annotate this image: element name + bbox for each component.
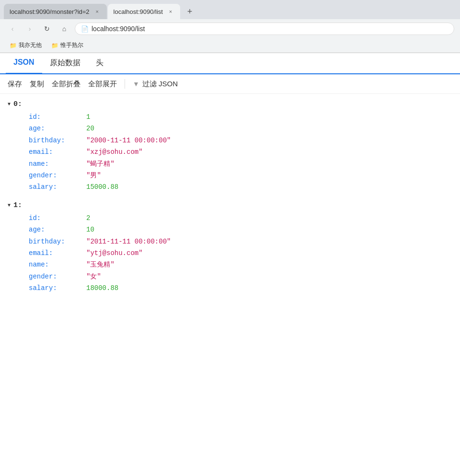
- bookmark-label-1: 我亦无他: [19, 41, 42, 49]
- bookmark-item-2[interactable]: 📁 惟手熟尔: [47, 40, 87, 50]
- triangle-icon-0: ▼: [8, 101, 11, 108]
- tab-close-2[interactable]: ×: [167, 8, 174, 15]
- field-value-0-4: "蝎子精": [86, 159, 115, 169]
- tab-json[interactable]: JSON: [6, 53, 42, 74]
- field-value-1-1: 10: [86, 224, 94, 235]
- field-row-0-0: id:1: [0, 111, 460, 123]
- field-row-1-4: name:"玉兔精": [0, 259, 460, 270]
- address-bar-input[interactable]: [92, 25, 448, 33]
- field-row-0-6: salary:15000.88: [0, 181, 460, 193]
- collapse-all-button[interactable]: 全部折叠: [52, 80, 80, 89]
- json-viewer: JSON 原始数据 头 保存 复制 全部折叠 全部展开 ▼ 过滤 JSON ▼0…: [0, 53, 460, 298]
- section-gap-0: [0, 193, 460, 199]
- triangle-icon-1: ▼: [8, 202, 11, 209]
- field-value-1-4: "玉兔精": [86, 259, 115, 270]
- field-row-0-5: gender:"男": [0, 170, 460, 181]
- bookmarks-bar: 📁 我亦无他 📁 惟手熟尔: [0, 38, 460, 53]
- field-row-1-1: age:10: [0, 224, 460, 235]
- index-label-1: 1:: [13, 200, 22, 211]
- field-value-0-2: "2000-11-11 00:00:00": [86, 135, 171, 146]
- field-key-1-5: gender:: [29, 271, 86, 282]
- field-value-1-3: "ytj@sohu.com": [86, 248, 143, 258]
- tab-inactive[interactable]: localhost:9090/monster?id=2 ×: [4, 4, 107, 19]
- tab-headers[interactable]: 头: [88, 53, 111, 74]
- field-row-0-4: name:"蝎子精": [0, 158, 460, 170]
- new-tab-button[interactable]: +: [183, 5, 196, 18]
- field-key-1-3: email:: [29, 248, 86, 258]
- save-button[interactable]: 保存: [8, 80, 22, 89]
- tab-close-1[interactable]: ×: [93, 8, 101, 15]
- field-row-0-1: age:20: [0, 123, 460, 134]
- field-row-1-5: gender:"女": [0, 271, 460, 282]
- back-button[interactable]: ‹: [6, 22, 19, 35]
- field-value-0-3: "xzj@sohu.com": [86, 147, 143, 157]
- filter-icon: ▼: [133, 80, 139, 88]
- field-key-1-1: age:: [29, 224, 86, 235]
- field-value-0-5: "男": [86, 170, 101, 181]
- field-key-1-2: birthday:: [29, 236, 86, 247]
- filter-label: 过滤 JSON: [142, 80, 178, 89]
- field-row-0-2: birthday:"2000-11-11 00:00:00": [0, 135, 460, 146]
- tab-active[interactable]: localhost:9090/list ×: [108, 4, 180, 19]
- bookmark-folder-icon-1: 📁: [10, 42, 17, 49]
- tab-title-1: localhost:9090/monster?id=2: [10, 8, 90, 15]
- expand-all-button[interactable]: 全部展开: [88, 80, 117, 89]
- field-key-0-5: gender:: [29, 170, 86, 181]
- field-value-1-2: "2011-11-11 00:00:00": [86, 236, 171, 247]
- tab-title-2: localhost:9090/list: [114, 8, 163, 15]
- field-key-1-4: name:: [29, 259, 86, 270]
- field-key-0-2: birthday:: [29, 135, 86, 146]
- expand-toggle-1[interactable]: ▼1:: [0, 199, 30, 212]
- reload-button[interactable]: ↻: [40, 22, 54, 35]
- toolbar-separator: [125, 79, 125, 89]
- copy-button[interactable]: 复制: [30, 80, 44, 89]
- field-key-0-0: id:: [29, 112, 86, 122]
- home-button[interactable]: ⌂: [58, 22, 71, 35]
- forward-button[interactable]: ›: [23, 22, 36, 35]
- field-value-1-0: 2: [86, 213, 90, 223]
- field-key-0-6: salary:: [29, 182, 86, 192]
- field-value-1-6: 18000.88: [86, 283, 118, 293]
- field-key-0-3: email:: [29, 147, 86, 157]
- bookmark-item-1[interactable]: 📁 我亦无他: [6, 40, 46, 50]
- nav-bar: ‹ › ↻ ⌂ 📄: [0, 19, 460, 38]
- field-key-0-1: age:: [29, 123, 86, 134]
- field-value-0-1: 20: [86, 123, 94, 134]
- field-key-1-6: salary:: [29, 283, 86, 293]
- field-value-0-6: 15000.88: [86, 182, 118, 192]
- json-toolbar: 保存 复制 全部折叠 全部展开 ▼ 过滤 JSON: [0, 74, 460, 94]
- expand-toggle-0[interactable]: ▼0:: [0, 98, 30, 111]
- field-value-0-0: 1: [86, 112, 90, 122]
- tab-bar: localhost:9090/monster?id=2 × localhost:…: [0, 0, 460, 19]
- field-key-0-4: name:: [29, 159, 86, 169]
- address-bar-container: 📄: [75, 23, 454, 35]
- json-content: ▼0:id:1age:20birthday:"2000-11-11 00:00:…: [0, 94, 460, 298]
- field-row-0-3: email:"xzj@sohu.com": [0, 146, 460, 158]
- bookmark-folder-icon-2: 📁: [51, 42, 58, 49]
- bookmark-label-2: 惟手熟尔: [60, 41, 83, 49]
- field-key-1-0: id:: [29, 213, 86, 223]
- field-row-1-3: email:"ytj@sohu.com": [0, 247, 460, 259]
- tab-raw[interactable]: 原始数据: [42, 53, 88, 74]
- address-bar-icon: 📄: [81, 25, 89, 33]
- index-label-0: 0:: [13, 99, 22, 110]
- json-viewer-tabs: JSON 原始数据 头: [0, 53, 460, 74]
- field-row-1-0: id:2: [0, 212, 460, 224]
- filter-button[interactable]: ▼ 过滤 JSON: [133, 80, 178, 89]
- browser-chrome: localhost:9090/monster?id=2 × localhost:…: [0, 0, 460, 53]
- field-row-1-2: birthday:"2011-11-11 00:00:00": [0, 236, 460, 247]
- field-value-1-5: "女": [86, 271, 101, 282]
- field-row-1-6: salary:18000.88: [0, 282, 460, 294]
